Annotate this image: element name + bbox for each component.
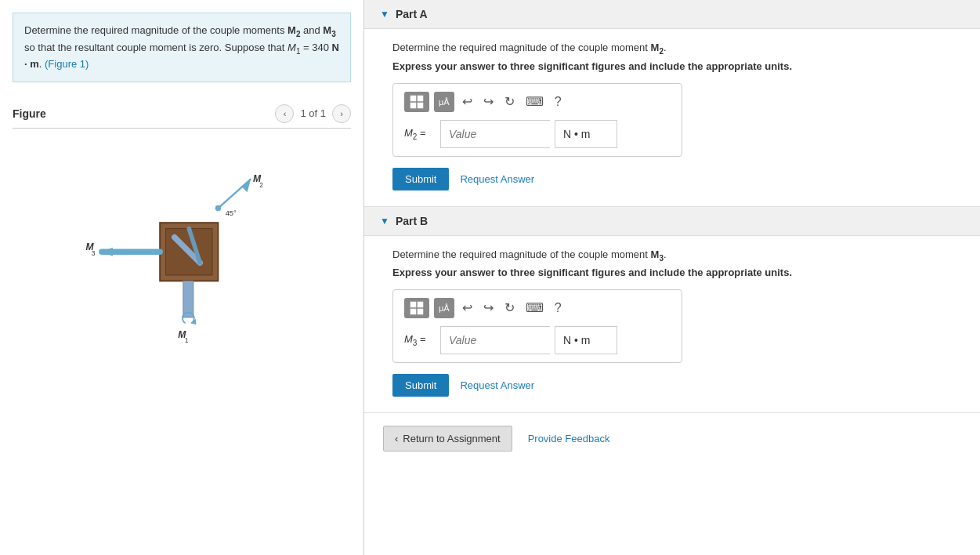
return-to-assignment-button[interactable]: ‹ Return to Assignment (383, 426, 512, 452)
svg-text:45°: 45° (226, 209, 237, 217)
part-a-answer-box: μÅ ↩ ↪ ↻ ⌨ ? M2 = N • m (392, 83, 682, 157)
part-a-request-answer-link[interactable]: Request Answer (460, 173, 534, 185)
figure-canvas: M 3 45° M 2 M 1 (13, 135, 351, 354)
svg-rect-25 (418, 309, 423, 314)
part-a-instructions: Express your answer to three significant… (392, 60, 961, 72)
part-b-redo-button[interactable]: ↪ (480, 300, 497, 316)
figure-title: Figure (13, 107, 46, 120)
svg-point-11 (215, 205, 221, 211)
part-a-submit-button[interactable]: Submit (392, 168, 449, 190)
bottom-bar: ‹ Return to Assignment Provide Feedback (364, 413, 980, 464)
figure-next-button[interactable]: › (332, 104, 351, 123)
part-b-label: Part B (396, 215, 428, 227)
grid-icon-b (410, 301, 424, 315)
part-a-mu-button[interactable]: μÅ (434, 92, 454, 112)
part-b-header: ▼ Part B (364, 207, 980, 236)
svg-rect-22 (410, 302, 416, 307)
part-a-action-row: Submit Request Answer (392, 168, 961, 190)
part-a-keyboard-button[interactable]: ⌨ (523, 94, 547, 110)
figure-header: Figure ‹ 1 of 1 › (13, 104, 351, 129)
part-a-content: Determine the required magnitude of the … (364, 29, 980, 206)
part-b-action-row: Submit Request Answer (392, 374, 961, 397)
svg-text:2: 2 (259, 180, 263, 188)
part-b-mu-button[interactable]: μÅ (434, 298, 454, 318)
part-b-toolbar: μÅ ↩ ↪ ↻ ⌨ ? (404, 298, 671, 318)
return-button-label: Return to Assignment (403, 433, 500, 444)
figure-link[interactable]: (Figure 1) (45, 58, 89, 70)
svg-rect-21 (418, 103, 423, 108)
figure-prev-button[interactable]: ‹ (275, 104, 294, 123)
part-a-header: ▼ Part A (364, 0, 980, 29)
part-a-label: Part A (396, 8, 428, 20)
part-b-instructions: Express your answer to three significant… (392, 267, 961, 278)
left-panel: Determine the required magnitude of the … (0, 0, 364, 555)
part-a-description: Determine the required magnitude of the … (392, 42, 961, 56)
svg-rect-20 (410, 103, 416, 108)
part-b-answer-label: M3 = (404, 333, 436, 347)
part-b-help-button[interactable]: ? (551, 300, 565, 316)
part-a-help-button[interactable]: ? (551, 94, 565, 110)
part-a-refresh-button[interactable]: ↻ (501, 94, 518, 110)
part-b-content: Determine the required magnitude of the … (364, 236, 980, 413)
part-b-answer-row: M3 = N • m (404, 326, 671, 354)
svg-rect-19 (418, 96, 423, 101)
part-a-toolbar: μÅ ↩ ↪ ↻ ⌨ ? (404, 92, 671, 112)
part-a-answer-label: M2 = (404, 127, 436, 141)
part-b-collapse-icon[interactable]: ▼ (380, 216, 389, 227)
figure-diagram: M 3 45° M 2 M 1 (64, 143, 299, 346)
part-a-value-input[interactable] (440, 120, 550, 148)
part-b-value-input[interactable] (440, 326, 550, 354)
svg-rect-24 (410, 309, 416, 314)
part-b-request-answer-link[interactable]: Request Answer (460, 379, 534, 391)
part-b-unit: N • m (555, 326, 617, 354)
part-a-grid-button[interactable] (404, 92, 429, 112)
svg-marker-6 (102, 247, 113, 256)
part-b-section: ▼ Part B Determine the required magnitud… (364, 207, 980, 414)
part-b-answer-box: μÅ ↩ ↪ ↻ ⌨ ? M3 = N • m (392, 289, 682, 363)
figure-section: Figure ‹ 1 of 1 › (13, 104, 351, 354)
part-b-description: Determine the required magnitude of the … (392, 248, 961, 263)
part-b-keyboard-button[interactable]: ⌨ (523, 300, 547, 316)
part-a-undo-button[interactable]: ↩ (459, 94, 476, 110)
part-a-unit: N • m (555, 120, 617, 148)
part-a-answer-row: M2 = N • m (404, 120, 671, 148)
part-b-refresh-button[interactable]: ↻ (501, 300, 518, 316)
figure-nav: ‹ 1 of 1 › (275, 104, 351, 123)
part-b-submit-button[interactable]: Submit (392, 374, 449, 397)
svg-text:3: 3 (92, 249, 96, 257)
part-a-section: ▼ Part A Determine the required magnitud… (364, 0, 980, 207)
part-b-grid-button[interactable] (404, 298, 429, 318)
provide-feedback-link[interactable]: Provide Feedback (528, 433, 610, 444)
svg-marker-10 (241, 179, 251, 192)
svg-rect-18 (410, 96, 416, 101)
part-b-undo-button[interactable]: ↩ (459, 300, 476, 316)
part-a-collapse-icon[interactable]: ▼ (380, 9, 389, 20)
return-arrow-icon: ‹ (395, 433, 398, 444)
figure-page: 1 of 1 (300, 107, 326, 119)
svg-rect-23 (418, 302, 423, 307)
problem-statement: Determine the required magnitude of the … (13, 13, 351, 82)
svg-text:1: 1 (185, 336, 189, 344)
right-panel: ▼ Part A Determine the required magnitud… (364, 0, 980, 555)
grid-icon (410, 95, 424, 109)
part-a-redo-button[interactable]: ↪ (480, 94, 497, 110)
